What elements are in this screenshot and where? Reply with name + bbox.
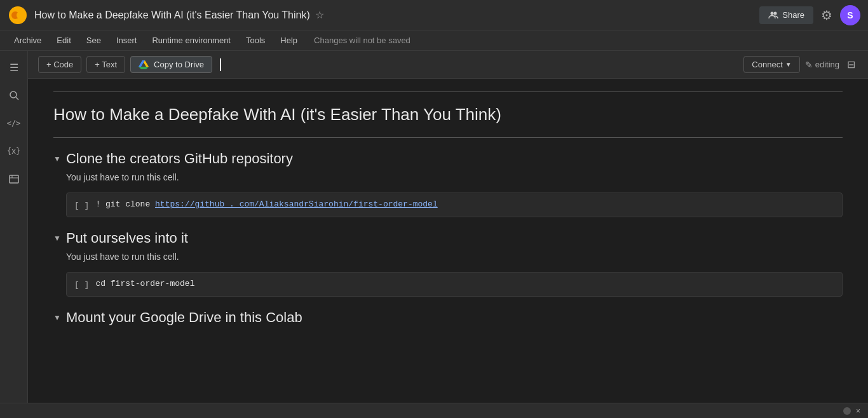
svg-point-4 [774, 11, 777, 15]
svg-marker-10 [139, 67, 149, 69]
code-cell-inner-clone: [ ] ! git clone https://github . com/Ali… [67, 193, 842, 217]
notebook-title: How to Make a Deepfake With AI (it's Eas… [53, 105, 843, 125]
section-collapse-put[interactable]: ▼ [53, 234, 61, 243]
top-bar-right: Share ⚙ S [759, 5, 860, 25]
top-bar: How to Make a Deepfake With AI (it's Eas… [0, 0, 868, 30]
svg-point-5 [10, 91, 17, 98]
svg-rect-7 [10, 175, 18, 183]
section-text-put: You just have to run this cell. [66, 252, 843, 262]
sidebar-search-icon[interactable] [3, 84, 25, 107]
svg-line-6 [16, 97, 18, 100]
section-put-ourselves: ▼ Put ourselves into it You just have to… [53, 230, 843, 297]
code-prefix-clone: ! git clone [95, 199, 155, 209]
add-text-button[interactable]: + Text [86, 56, 125, 73]
people-icon [768, 10, 778, 20]
menu-bar: Archive Edit See Insert Runtime environm… [0, 30, 868, 51]
sidebar-toc-icon[interactable]: ☰ [3, 56, 25, 79]
section-header-clone: ▼ Clone the creators GitHub repository [53, 151, 843, 167]
svg-marker-9 [139, 60, 145, 67]
section-cell-clone: ▼ Clone the creators GitHub repository Y… [53, 151, 843, 182]
toolbar-right: Connect ▼ ✎ editing ⊟ [743, 56, 858, 73]
section-cell-put: ▼ Put ourselves into it You just have to… [53, 230, 843, 262]
connect-button[interactable]: Connect ▼ [743, 56, 799, 73]
code-content-clone[interactable]: ! git clone https://github . com/Aliaksa… [95, 199, 834, 209]
star-icon[interactable]: ☆ [315, 9, 324, 21]
title-cell: How to Make a Deepfake With AI (it's Eas… [53, 91, 843, 138]
link-button[interactable]: 🔗 [763, 151, 779, 163]
notebook-area: + Code + Text Copy to Drive Connect ▼ [28, 51, 868, 403]
sidebar-code-icon[interactable]: </> [3, 112, 25, 135]
section-title-clone: Clone the creators GitHub repository [66, 151, 293, 167]
notebook-content: How to Make a Deepfake With AI (it's Eas… [28, 79, 868, 403]
move-up-button[interactable]: ↑ [739, 151, 749, 163]
share-button[interactable]: Share [759, 6, 813, 24]
user-avatar[interactable]: S [840, 5, 860, 25]
menu-edit[interactable]: Edit [50, 33, 77, 48]
settings-icon[interactable]: ⚙ [821, 8, 832, 23]
svg-point-2 [17, 11, 24, 19]
bottom-bar: × [0, 403, 868, 418]
cell-run-indicator-2: [ ] [74, 280, 89, 290]
collapse-toolbar-button[interactable]: ⊟ [844, 56, 858, 73]
add-code-button[interactable]: + Code [38, 56, 81, 73]
copy-to-drive-button[interactable]: Copy to Drive [130, 56, 212, 73]
move-down-button[interactable]: ↓ [751, 151, 761, 163]
menu-help[interactable]: Help [274, 33, 304, 48]
code-content-put[interactable]: cd first-order-model [95, 279, 834, 288]
close-button[interactable]: × [856, 407, 860, 415]
section-title-mount: Mount your Google Drive in this Colab [66, 309, 302, 326]
section-header-put: ▼ Put ourselves into it [53, 230, 843, 246]
more-button[interactable]: ⋮ [829, 151, 843, 163]
changes-not-saved: Changes will not be saved [314, 36, 410, 45]
section-mount-drive: ▼ Mount your Google Drive in this Colab [53, 309, 843, 326]
menu-archive[interactable]: Archive [8, 33, 48, 48]
code-cell-inner-put: [ ] cd first-order-model [67, 273, 842, 296]
edit-button[interactable]: ✎ [782, 151, 794, 163]
section-clone-repo: ▼ Clone the creators GitHub repository Y… [53, 151, 843, 217]
status-circle [843, 407, 851, 415]
section-collapse-mount[interactable]: ▼ [53, 313, 61, 322]
menu-see[interactable]: See [80, 33, 107, 48]
code-text-put: cd first-order-model [95, 279, 194, 288]
cursor-indicator [220, 58, 227, 71]
document-title: How to Make a Deepfake With AI (it's Eas… [34, 10, 310, 21]
cell-run-indicator: [ ] [74, 201, 89, 210]
colab-logo [8, 5, 28, 25]
drive-icon [139, 60, 149, 69]
section-header-mount: ▼ Mount your Google Drive in this Colab [53, 309, 843, 326]
menu-runtime[interactable]: Runtime environment [146, 33, 237, 48]
code-cell-put: [ ] cd first-order-model [66, 272, 843, 297]
sidebar-files-icon[interactable] [3, 168, 25, 191]
sidebar-variables-icon[interactable]: {x} [3, 140, 25, 163]
expand-button[interactable]: ⊡ [797, 151, 810, 163]
notebook-toolbar: + Code + Text Copy to Drive Connect ▼ [28, 51, 868, 79]
menu-tools[interactable]: Tools [240, 33, 271, 48]
section-collapse-clone[interactable]: ▼ [53, 154, 61, 163]
menu-insert[interactable]: Insert [110, 33, 144, 48]
main-layout: ☰ </> {x} + Code + Text [0, 51, 868, 403]
delete-button[interactable]: 🗑 [812, 151, 826, 163]
section-title-put: Put ourselves into it [66, 230, 188, 246]
code-cell-clone: [ ] ! git clone https://github . com/Ali… [66, 192, 843, 217]
github-link[interactable]: https://github . com/AliaksandrSiarohin/… [155, 199, 438, 209]
svg-point-3 [771, 11, 774, 15]
section-cell-mount: ▼ Mount your Google Drive in this Colab [53, 309, 843, 326]
section-text-clone: You just have to run this cell. [66, 172, 843, 182]
sidebar: ☰ </> {x} [0, 51, 28, 403]
editing-status: ✎ editing [805, 60, 839, 70]
